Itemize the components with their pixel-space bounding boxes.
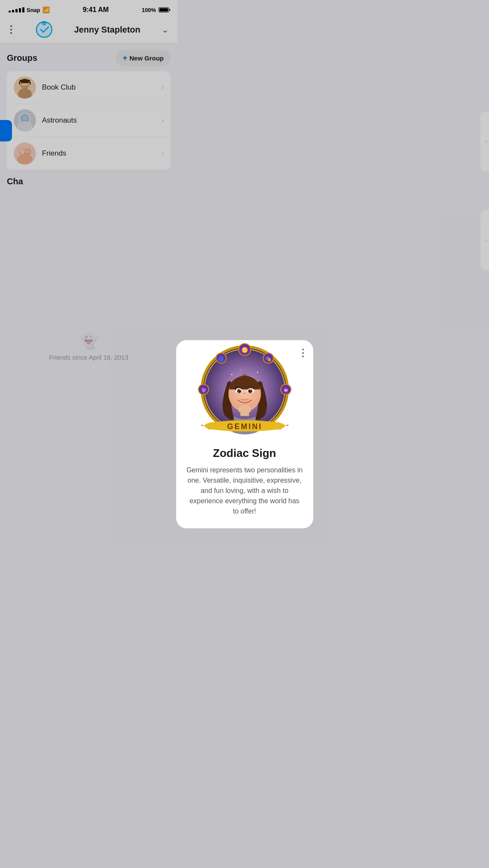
zodiac-modal: ♊ 🌀 🎭 🔮 ♒ xyxy=(176,340,178,384)
zodiac-artwork: ♊ 🌀 🎭 🔮 ♒ xyxy=(176,340,178,384)
modal-overlay[interactable] xyxy=(0,0,177,384)
